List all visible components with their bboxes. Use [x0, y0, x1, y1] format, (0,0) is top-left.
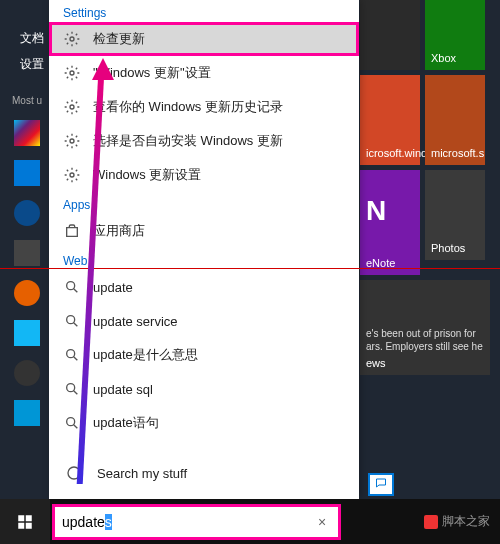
search-my-stuff[interactable]: Search my stuff — [49, 454, 359, 492]
svg-point-4 — [70, 173, 74, 177]
svg-point-13 — [67, 418, 75, 426]
result-label: update service — [93, 314, 178, 329]
tile-generic[interactable] — [360, 0, 420, 70]
tile-xbox[interactable]: Xbox — [425, 0, 485, 70]
app-icon-qq[interactable] — [14, 320, 40, 346]
tile-office[interactable]: icrosoft.windo — [360, 75, 420, 165]
gear-icon — [63, 166, 81, 184]
search-icon — [63, 414, 81, 432]
tile-label: ews — [366, 357, 484, 369]
taskbar: updates × — [0, 499, 500, 544]
cortana-icon — [63, 462, 85, 484]
svg-line-10 — [74, 357, 78, 361]
news-headline: e's been out of prison for ars. Employer… — [366, 323, 484, 357]
result-store[interactable]: 应用商店 — [49, 214, 359, 248]
svg-point-11 — [67, 384, 75, 392]
search-icon — [63, 278, 81, 296]
category-apps: Apps — [49, 192, 359, 214]
tile-label: icrosoft.windo — [366, 147, 414, 159]
app-icon-tips[interactable] — [14, 120, 40, 146]
result-label: "Windows 更新"设置 — [93, 64, 211, 82]
result-web[interactable]: update sql — [49, 372, 359, 406]
live-tiles-area: Xbox icrosoft.windo microsoft.s NeNote P… — [360, 0, 500, 499]
result-label: update sql — [93, 382, 153, 397]
svg-point-0 — [70, 37, 74, 41]
tile-label: eNote — [366, 257, 414, 269]
result-label: Windows 更新设置 — [93, 166, 201, 184]
result-label: 应用商店 — [93, 222, 145, 240]
start-button[interactable] — [0, 499, 50, 544]
app-icon-hp[interactable] — [14, 400, 40, 426]
category-web: Web — [49, 248, 359, 270]
result-label: update — [93, 280, 133, 295]
result-label: Search my stuff — [97, 466, 187, 481]
svg-point-15 — [68, 467, 80, 479]
search-results-panel: Settings 检查更新 "Windows 更新"设置 查看你的 Window… — [49, 0, 359, 499]
start-screen-bg: 文档 设置 Most u Xbox icrosoft.windo microso… — [0, 0, 500, 544]
app-icon-edge[interactable] — [14, 200, 40, 226]
result-web[interactable]: update语句 — [49, 406, 359, 440]
clear-search-button[interactable]: × — [313, 514, 331, 530]
search-text-selection: s — [105, 514, 112, 530]
gear-icon — [63, 64, 81, 82]
tile-news[interactable]: e's been out of prison for ars. Employer… — [360, 280, 490, 375]
result-label: 查看你的 Windows 更新历史记录 — [93, 98, 283, 116]
result-label: update是什么意思 — [93, 346, 198, 364]
svg-point-7 — [67, 316, 75, 324]
result-label: 检查更新 — [93, 30, 145, 48]
svg-point-9 — [67, 350, 75, 358]
search-icon — [63, 380, 81, 398]
result-web[interactable]: update — [49, 270, 359, 304]
tile-office2[interactable]: microsoft.s — [425, 75, 485, 165]
pinned-item[interactable]: 文档 — [20, 30, 44, 47]
gear-icon — [63, 132, 81, 150]
app-icon-firefox[interactable] — [14, 280, 40, 306]
result-windows-update-settings[interactable]: "Windows 更新"设置 — [49, 56, 359, 90]
tile-label: Photos — [431, 242, 479, 254]
search-icon — [63, 312, 81, 330]
result-check-updates[interactable]: 检查更新 — [49, 22, 359, 56]
app-icon-settings[interactable] — [14, 240, 40, 266]
result-web[interactable]: update是什么意思 — [49, 338, 359, 372]
svg-point-5 — [67, 282, 75, 290]
search-icon — [63, 346, 81, 364]
tile-onenote[interactable]: NeNote — [360, 170, 420, 275]
svg-line-8 — [74, 323, 78, 327]
svg-line-12 — [74, 391, 78, 395]
onenote-icon: N — [366, 195, 414, 227]
result-update-settings2[interactable]: Windows 更新设置 — [49, 158, 359, 192]
start-left-column: 文档 设置 Most u — [0, 0, 50, 499]
svg-line-14 — [74, 425, 78, 429]
feedback-icon[interactable] — [368, 473, 394, 496]
result-label: update语句 — [93, 414, 159, 432]
svg-line-6 — [74, 289, 78, 293]
tile-photos[interactable]: Photos — [425, 170, 485, 260]
pinned-item[interactable]: 设置 — [20, 56, 44, 73]
gear-icon — [63, 30, 81, 48]
result-web[interactable]: update service — [49, 304, 359, 338]
result-label: 选择是否自动安装 Windows 更新 — [93, 132, 283, 150]
result-update-history[interactable]: 查看你的 Windows 更新历史记录 — [49, 90, 359, 124]
tile-label: Xbox — [431, 52, 479, 64]
search-text-prefix: update — [62, 514, 105, 530]
gear-icon — [63, 98, 81, 116]
most-used-label: Most u — [12, 95, 42, 106]
store-icon — [63, 222, 81, 240]
category-settings: Settings — [49, 0, 359, 22]
result-auto-install[interactable]: 选择是否自动安装 Windows 更新 — [49, 124, 359, 158]
app-icon-mail[interactable] — [14, 160, 40, 186]
app-icon-game[interactable] — [14, 360, 40, 386]
svg-point-2 — [70, 105, 74, 109]
taskbar-search-box[interactable]: updates × — [54, 506, 339, 538]
svg-point-1 — [70, 71, 74, 75]
tile-label: microsoft.s — [431, 147, 479, 159]
svg-point-3 — [70, 139, 74, 143]
